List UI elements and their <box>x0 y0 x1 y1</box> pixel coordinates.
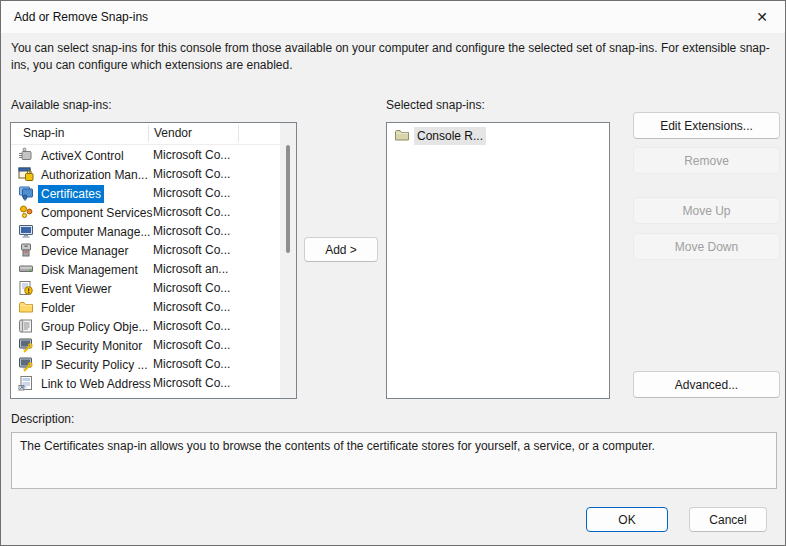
device-manager-icon <box>18 242 34 258</box>
available-snapins-label: Available snap-ins: <box>11 98 112 112</box>
snapin-vendor: Microsoft Co... <box>153 241 230 260</box>
snapin-name: Certificates <box>38 185 104 203</box>
list-header: Snap-in Vendor <box>11 123 296 145</box>
snapin-row[interactable]: Component ServicesMicrosoft Co... <box>11 203 279 222</box>
edit-extensions-button[interactable]: Edit Extensions... <box>633 112 780 139</box>
snapin-row[interactable]: IP Security MonitorMicrosoft Co... <box>11 336 279 355</box>
scrollbar-thumb[interactable] <box>286 145 290 253</box>
snapin-row[interactable]: IP Security Policy ...Microsoft Co... <box>11 355 279 374</box>
snapin-name: Console R... <box>414 127 486 145</box>
close-icon[interactable]: ✕ <box>745 1 779 33</box>
snapin-vendor: Microsoft Co... <box>153 279 230 298</box>
snapin-vendor: Microsoft Co... <box>153 184 230 203</box>
description-box: The Certificates snap-in allows you to b… <box>11 432 777 489</box>
group-policy-icon <box>18 318 34 334</box>
add-remove-snapins-dialog: Add or Remove Snap-ins ✕ You can select … <box>0 0 786 546</box>
snapin-name: IP Security Monitor <box>38 337 145 355</box>
snapin-vendor: Microsoft Co... <box>153 146 230 165</box>
snapin-row[interactable]: Computer Manage...Microsoft Co... <box>11 222 279 241</box>
snapin-name: ActiveX Control <box>38 147 127 165</box>
dialog-title: Add or Remove Snap-ins <box>14 1 148 33</box>
snapin-row[interactable]: Link to Web AddressMicrosoft Co... <box>11 374 279 393</box>
snapin-name: Authorization Man... <box>38 166 151 184</box>
disk-management-icon <box>18 261 34 277</box>
ip-security-policy-icon <box>18 356 34 372</box>
titlebar: Add or Remove Snap-ins ✕ <box>1 1 785 33</box>
description-label: Description: <box>11 412 74 426</box>
snapin-name: Device Manager <box>38 242 131 260</box>
selected-snapins-list[interactable]: Console R... <box>386 122 610 399</box>
snapin-name: Folder <box>38 299 78 317</box>
component-services-icon <box>18 204 34 220</box>
snapin-row[interactable]: FolderMicrosoft Co... <box>11 298 279 317</box>
selected-snapins-label: Selected snap-ins: <box>386 98 485 112</box>
snapin-name: Link to Web Address <box>38 375 154 393</box>
column-separator[interactable] <box>238 125 239 142</box>
cancel-button[interactable]: Cancel <box>689 507 767 532</box>
snapin-name: Group Policy Obje... <box>38 318 151 336</box>
activex-icon <box>18 147 34 163</box>
snapin-name: IP Security Policy ... <box>38 356 150 374</box>
event-viewer-icon <box>18 280 34 296</box>
snapin-vendor: Microsoft Co... <box>153 203 230 222</box>
intro-text: You can select snap-ins for this console… <box>11 40 771 74</box>
authorization-manager-icon <box>18 166 34 182</box>
vertical-scrollbar[interactable] <box>280 123 296 398</box>
snapin-name: Event Viewer <box>38 280 114 298</box>
snapin-row[interactable]: Disk ManagementMicrosoft an... <box>11 260 279 279</box>
snapin-vendor: Microsoft Co... <box>153 165 230 184</box>
snapin-vendor: Microsoft Co... <box>153 317 230 336</box>
computer-management-icon <box>18 223 34 239</box>
add-button[interactable]: Add > <box>304 237 378 262</box>
snapin-vendor: Microsoft Co... <box>153 336 230 355</box>
remove-button: Remove <box>633 147 780 174</box>
snapin-row[interactable]: CertificatesMicrosoft Co... <box>11 184 279 203</box>
console-root-folder-icon <box>394 127 410 143</box>
advanced-button[interactable]: Advanced... <box>633 371 780 398</box>
snapin-name: Component Services <box>38 204 155 222</box>
snapin-vendor: Microsoft an... <box>153 260 228 279</box>
snapin-vendor: Microsoft Co... <box>153 355 230 374</box>
snapin-row[interactable]: Event ViewerMicrosoft Co... <box>11 279 279 298</box>
move-up-button: Move Up <box>633 197 780 224</box>
move-down-button: Move Down <box>633 233 780 260</box>
snapin-name: Disk Management <box>38 261 141 279</box>
snapin-row[interactable]: Group Policy Obje...Microsoft Co... <box>11 317 279 336</box>
available-rows: ActiveX ControlMicrosoft Co...Authorizat… <box>11 146 279 398</box>
snapin-row[interactable]: Device ManagerMicrosoft Co... <box>11 241 279 260</box>
column-header-vendor[interactable]: Vendor <box>154 123 192 144</box>
ip-security-monitor-icon <box>18 337 34 353</box>
certificates-icon <box>18 185 34 201</box>
link-web-address-icon <box>18 375 34 391</box>
snapin-name: Computer Manage... <box>38 223 153 241</box>
snapin-row[interactable]: ActiveX ControlMicrosoft Co... <box>11 146 279 165</box>
column-header-snapin[interactable]: Snap-in <box>23 123 64 144</box>
folder-icon <box>18 299 34 315</box>
snapin-vendor: Microsoft Co... <box>153 298 230 317</box>
available-snapins-list[interactable]: Snap-in Vendor ActiveX ControlMicrosoft … <box>10 122 297 399</box>
column-separator[interactable] <box>148 125 149 142</box>
snapin-vendor: Microsoft Co... <box>153 374 230 393</box>
ok-button[interactable]: OK <box>586 507 668 532</box>
selected-rows: Console R... <box>387 126 609 398</box>
snapin-row[interactable]: Console R... <box>387 126 609 145</box>
snapin-vendor: Microsoft Co... <box>153 222 230 241</box>
snapin-row[interactable]: Authorization Man...Microsoft Co... <box>11 165 279 184</box>
